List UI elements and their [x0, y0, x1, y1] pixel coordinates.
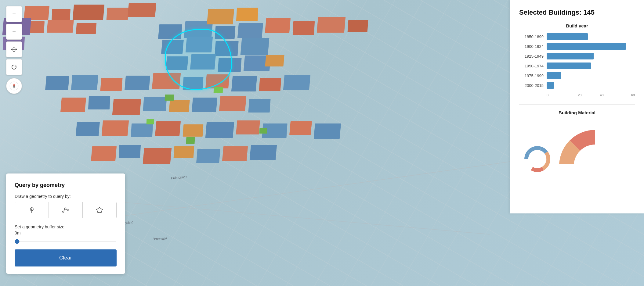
- bar-label: 1850-1899: [519, 34, 544, 39]
- axis-label-20: 20: [569, 93, 591, 97]
- bar-row-1850-1899: 1850-1899: [519, 33, 635, 40]
- buffer-value: 0m: [15, 231, 117, 235]
- bar-label: 1900-1924: [519, 44, 544, 49]
- compass-button[interactable]: [6, 78, 22, 94]
- svg-marker-9: [97, 208, 102, 213]
- build-year-chart: 1850-1899 1900-1924 1925-1949 1950-1974 …: [519, 33, 635, 97]
- axis-label-0: 0: [547, 93, 569, 97]
- draw-point-button[interactable]: [15, 202, 49, 218]
- zoom-in-button[interactable]: +: [6, 6, 22, 22]
- query-panel-title: Query by geometry: [15, 182, 117, 188]
- zoom-out-button[interactable]: −: [6, 24, 22, 40]
- query-panel: Query by geometry Draw a geometry to que…: [6, 173, 125, 274]
- buffer-label: Set a geometry buffer size:: [15, 224, 117, 229]
- bar-axis: 0 20 40 60: [547, 92, 635, 97]
- bar-track: [547, 53, 635, 59]
- bar-track: [547, 43, 635, 50]
- svg-point-5: [31, 209, 32, 210]
- svg-point-10: [99, 207, 100, 208]
- bar-fill: [547, 33, 588, 40]
- clear-button[interactable]: Clear: [15, 249, 117, 266]
- bar-track: [547, 72, 635, 79]
- bar-label: 1975-1999: [519, 73, 544, 78]
- donut-chart-container: [519, 120, 635, 178]
- buffer-slider-container: [15, 238, 117, 243]
- bar-row-1975-1999: 1975-1999: [519, 72, 635, 79]
- bar-track: [547, 63, 635, 69]
- map-controls: + −: [6, 6, 22, 94]
- bar-fill: [547, 82, 554, 89]
- stats-title: Selected Buildings: 145: [519, 9, 635, 16]
- draw-label: Draw a geometry to query by:: [15, 194, 117, 199]
- draw-polygon-button[interactable]: [83, 202, 116, 218]
- bar-track: [547, 33, 635, 40]
- bar-row-1950-1974: 1950-1974: [519, 63, 635, 69]
- donut-chart: [519, 123, 555, 178]
- svg-rect-17: [555, 164, 635, 177]
- draw-tools: [15, 202, 117, 218]
- bar-label: 1925-1949: [519, 54, 544, 59]
- bar-fill: [547, 63, 591, 69]
- svg-point-3: [13, 85, 15, 87]
- stats-panel: Selected Buildings: 145 Build year 1850-…: [510, 0, 644, 213]
- axis-label-40: 40: [591, 93, 613, 97]
- bar-fill: [547, 72, 561, 79]
- svg-point-13: [97, 212, 99, 213]
- bar-row-1925-1949: 1925-1949: [519, 53, 635, 59]
- build-year-title: Build year: [519, 23, 635, 28]
- pan-button[interactable]: [6, 41, 22, 57]
- svg-point-11: [102, 209, 103, 210]
- bar-track: [547, 82, 635, 89]
- reset-button[interactable]: [6, 59, 22, 75]
- bar-fill: [547, 43, 626, 50]
- svg-point-8: [67, 210, 69, 211]
- axis-label-60: 60: [613, 93, 635, 97]
- svg-point-14: [96, 209, 97, 210]
- bar-label: 2000-2015: [519, 83, 544, 88]
- svg-point-12: [100, 212, 102, 213]
- bar-fill: [547, 53, 594, 59]
- chart-divider: [519, 104, 635, 105]
- draw-polyline-button[interactable]: [49, 202, 83, 218]
- bar-row-2000-2015: 2000-2015: [519, 82, 635, 89]
- buffer-slider[interactable]: [15, 241, 117, 242]
- bar-row-1900-1924: 1900-1924: [519, 43, 635, 50]
- bar-label: 1950-1974: [519, 64, 544, 68]
- material-title: Building Material: [519, 110, 635, 115]
